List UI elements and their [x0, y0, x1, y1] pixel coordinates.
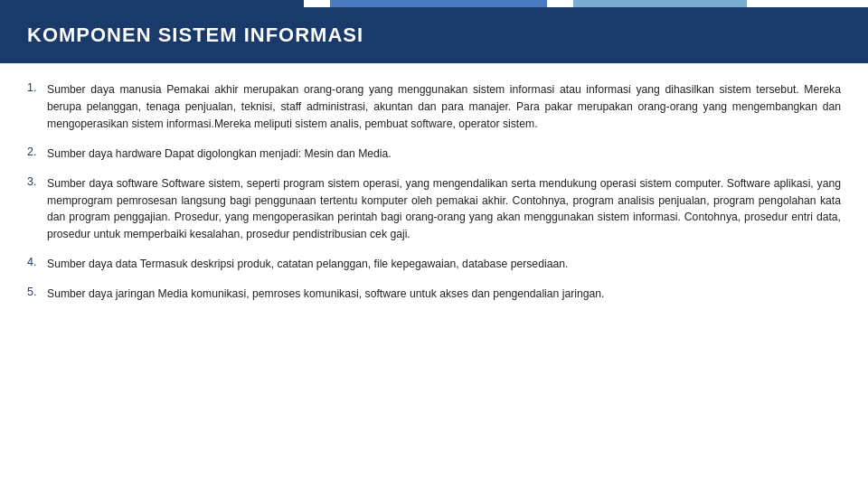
- top-bar: [0, 0, 868, 7]
- list-text: Sumber daya hardware Dapat digolongkan m…: [47, 145, 392, 163]
- list-item: 5.Sumber daya jaringan Media komunikasi,…: [27, 286, 841, 303]
- list-item: 2.Sumber daya hardware Dapat digolongkan…: [27, 145, 841, 163]
- list-item: 1.Sumber daya manusia Pemakai akhir meru…: [27, 81, 841, 133]
- list-text: Sumber daya manusia Pemakai akhir merupa…: [47, 81, 841, 133]
- list-number: 2.: [27, 145, 47, 158]
- list-item: 4.Sumber daya data Termasuk deskripsi pr…: [27, 256, 841, 273]
- top-bar-segment: [0, 0, 304, 7]
- top-bar-segment: [547, 0, 573, 7]
- list-number: 4.: [27, 256, 47, 268]
- top-bar-segment: [573, 0, 747, 7]
- list-number: 1.: [27, 81, 47, 94]
- list-text: Sumber daya jaringan Media komunikasi, p…: [47, 286, 605, 303]
- list-text: Sumber daya software Software sistem, se…: [47, 175, 841, 244]
- top-bar-segment: [304, 0, 330, 7]
- top-bar-segment: [747, 0, 868, 7]
- list-item: 3.Sumber daya software Software sistem, …: [27, 175, 841, 244]
- header-section: KOMPONEN SISTEM INFORMASI: [0, 7, 868, 63]
- list-number: 5.: [27, 286, 47, 298]
- list-text: Sumber daya data Termasuk deskripsi prod…: [47, 256, 568, 273]
- list-number: 3.: [27, 175, 47, 188]
- page-title: KOMPONEN SISTEM INFORMASI: [27, 23, 841, 47]
- content-area: 1.Sumber daya manusia Pemakai akhir meru…: [0, 63, 868, 330]
- top-bar-segment: [330, 0, 547, 7]
